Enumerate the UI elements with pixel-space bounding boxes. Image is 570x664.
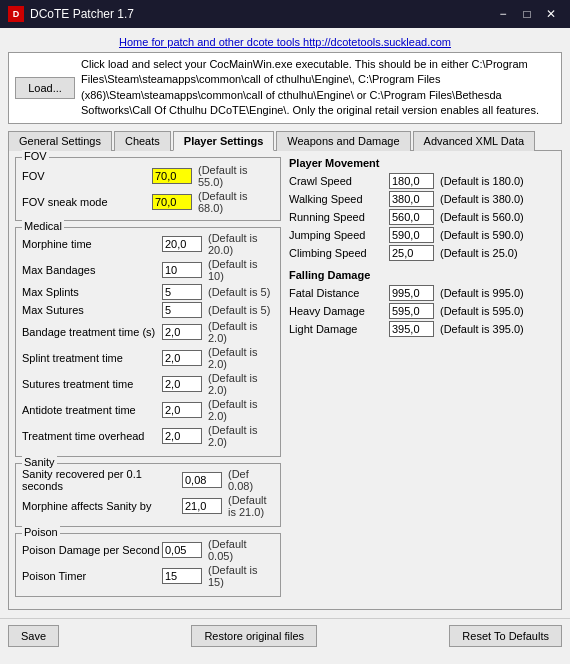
fov-row: FOV (Default is 55.0): [22, 164, 274, 188]
right-column: Player Movement Crawl Speed(Default is 1…: [289, 157, 555, 603]
field-default: (Default is 2.0): [208, 424, 274, 448]
pm-row: Heavy Damage(Default is 595.0): [289, 303, 555, 319]
field-input[interactable]: [182, 472, 222, 488]
field-row: Max Splints(Default is 5): [22, 284, 274, 300]
field-input[interactable]: [162, 568, 202, 584]
fov-input[interactable]: [152, 168, 192, 184]
field-input[interactable]: [162, 542, 202, 558]
main-content: Home for patch and other dcote tools htt…: [0, 28, 570, 618]
field-row: Morphine time(Default is 20.0): [22, 232, 274, 256]
left-column: FOV FOV (Default is 55.0) FOV sneak mode…: [15, 157, 281, 603]
field-row: Max Bandages(Default is 10): [22, 258, 274, 282]
save-button[interactable]: Save: [8, 625, 59, 647]
top-link-area: Home for patch and other dcote tools htt…: [8, 32, 562, 52]
info-text: Click load and select your CocMainWin.ex…: [81, 57, 555, 119]
fov-label: FOV: [22, 170, 152, 182]
fov-sneak-label: FOV sneak mode: [22, 196, 152, 208]
field-row: Sanity recovered per 0.1 seconds(Def 0.0…: [22, 468, 274, 492]
field-default: (Default is 21.0): [228, 494, 274, 518]
player-movement-title: Player Movement: [289, 157, 555, 169]
pm-input[interactable]: [389, 209, 434, 225]
fov-section-label: FOV: [22, 150, 49, 162]
pm-label: Climbing Speed: [289, 247, 389, 259]
field-label: Sutures treatment time: [22, 378, 162, 390]
tab-player-settings[interactable]: Player Settings: [173, 131, 274, 151]
field-default: (Default is 2.0): [208, 372, 274, 396]
pm-label: Fatal Distance: [289, 287, 389, 299]
field-input[interactable]: [162, 402, 202, 418]
window-controls: − □ ✕: [492, 4, 562, 24]
field-input[interactable]: [162, 236, 202, 252]
tab-cheats[interactable]: Cheats: [114, 131, 171, 151]
load-button[interactable]: Load...: [15, 77, 75, 99]
restore-button[interactable]: Restore original files: [191, 625, 317, 647]
pm-row: Crawl Speed(Default is 180.0): [289, 173, 555, 189]
pm-input[interactable]: [389, 245, 434, 261]
home-link[interactable]: Home for patch and other dcote tools htt…: [119, 36, 451, 48]
field-default: (Default is 10): [208, 258, 274, 282]
field-input[interactable]: [182, 498, 222, 514]
pm-default: (Default is 560.0): [440, 211, 524, 223]
field-input[interactable]: [162, 284, 202, 300]
field-input[interactable]: [162, 262, 202, 278]
falling-damage-fields: Fatal Distance(Default is 995.0)Heavy Da…: [289, 285, 555, 337]
player-movement-area: Player Movement Crawl Speed(Default is 1…: [289, 157, 555, 261]
tab-weapons-damage[interactable]: Weapons and Damage: [276, 131, 410, 151]
tab-advanced-xml[interactable]: Advanced XML Data: [413, 131, 535, 151]
pm-label: Running Speed: [289, 211, 389, 223]
bottom-bar: Save Restore original files Reset To Def…: [0, 618, 570, 653]
pm-default: (Default is 395.0): [440, 323, 524, 335]
field-default: (Default is 15): [208, 564, 274, 588]
pm-input[interactable]: [389, 227, 434, 243]
field-input[interactable]: [162, 376, 202, 392]
minimize-button[interactable]: −: [492, 4, 514, 24]
falling-damage-area: Falling Damage Fatal Distance(Default is…: [289, 269, 555, 337]
field-label: Splint treatment time: [22, 352, 162, 364]
pm-default: (Default is 180.0): [440, 175, 524, 187]
maximize-button[interactable]: □: [516, 4, 538, 24]
field-label: Morphine affects Sanity by: [22, 500, 182, 512]
field-label: Max Splints: [22, 286, 162, 298]
pm-row: Fatal Distance(Default is 995.0): [289, 285, 555, 301]
poison-section-label: Poison: [22, 526, 60, 538]
sanity-section-label: Sanity: [22, 456, 57, 468]
field-input[interactable]: [162, 350, 202, 366]
field-default: (Default is 5): [208, 304, 270, 316]
close-button[interactable]: ✕: [540, 4, 562, 24]
field-row: Max Sutures(Default is 5): [22, 302, 274, 318]
pm-input[interactable]: [389, 303, 434, 319]
pm-row: Climbing Speed(Default is 25.0): [289, 245, 555, 261]
tab-general-settings[interactable]: General Settings: [8, 131, 112, 151]
pm-label: Jumping Speed: [289, 229, 389, 241]
pm-input[interactable]: [389, 191, 434, 207]
tab-bar: General Settings Cheats Player Settings …: [8, 130, 562, 151]
fov-sneak-input[interactable]: [152, 194, 192, 210]
medical-fields: Morphine time(Default is 20.0)Max Bandag…: [22, 232, 274, 448]
field-input[interactable]: [162, 428, 202, 444]
field-default: (Default is 2.0): [208, 320, 274, 344]
sanity-section: Sanity Sanity recovered per 0.1 seconds(…: [15, 463, 281, 527]
medical-section-label: Medical: [22, 220, 64, 232]
pm-default: (Default is 595.0): [440, 305, 524, 317]
field-row: Poison Damage per Second(Default 0.05): [22, 538, 274, 562]
reset-button[interactable]: Reset To Defaults: [449, 625, 562, 647]
field-label: Bandage treatment time (s): [22, 326, 162, 338]
app-title: DCoTE Patcher 1.7: [30, 7, 492, 21]
field-default: (Default 0.05): [208, 538, 274, 562]
pm-label: Walking Speed: [289, 193, 389, 205]
field-label: Antidote treatment time: [22, 404, 162, 416]
pm-default: (Default is 590.0): [440, 229, 524, 241]
field-row: Poison Timer(Default is 15): [22, 564, 274, 588]
fov-sneak-default: (Default is 68.0): [198, 190, 274, 214]
field-default: (Default is 20.0): [208, 232, 274, 256]
pm-input[interactable]: [389, 285, 434, 301]
pm-row: Walking Speed(Default is 380.0): [289, 191, 555, 207]
fov-default: (Default is 55.0): [198, 164, 274, 188]
pm-input[interactable]: [389, 321, 434, 337]
field-label: Morphine time: [22, 238, 162, 250]
field-input[interactable]: [162, 302, 202, 318]
pm-row: Jumping Speed(Default is 590.0): [289, 227, 555, 243]
field-label: Max Sutures: [22, 304, 162, 316]
pm-input[interactable]: [389, 173, 434, 189]
field-input[interactable]: [162, 324, 202, 340]
